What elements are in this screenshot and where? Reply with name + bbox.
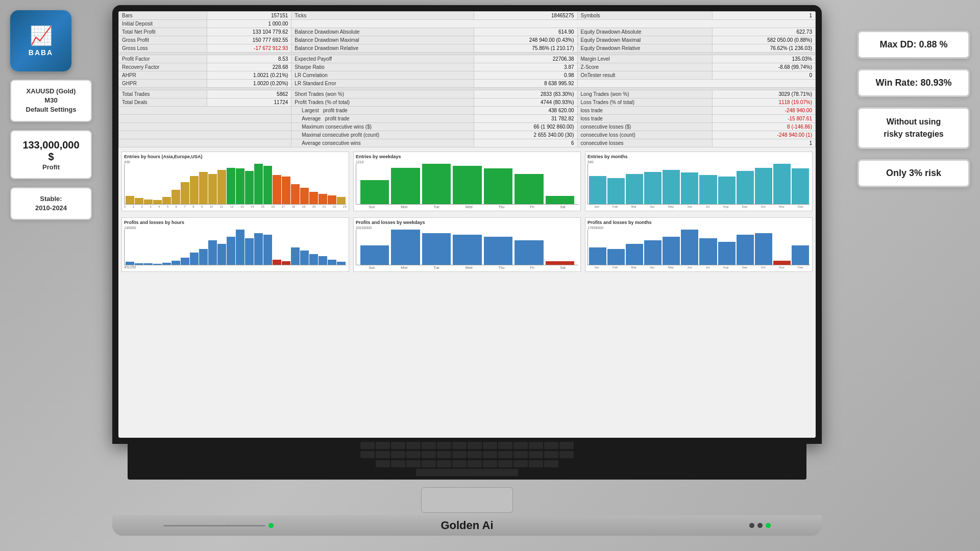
entries-months-bars bbox=[588, 164, 810, 204]
symbols-label: Symbols bbox=[577, 12, 712, 20]
laptop-screen-outer: Bars 157151 Ticks 18465275 Symbols 1 Ini… bbox=[112, 5, 822, 444]
table-row: Gross Profit 150 777 692.55 Balance Draw… bbox=[119, 36, 816, 44]
ghpr-value: 1.0020 (0.20%) bbox=[207, 80, 291, 88]
without-text: Without using risky strategies bbox=[869, 116, 958, 140]
bar-sep bbox=[737, 171, 754, 204]
recovery-factor-value: 228.68 bbox=[207, 63, 291, 71]
loss-trades-value: 1118 (19.07%) bbox=[712, 98, 815, 107]
bar-h4 bbox=[162, 197, 171, 204]
bal-dd-rel-label: Balance Drawdown Relative bbox=[291, 44, 474, 53]
eq-dd-rel-value: 76.62% (1 236.03) bbox=[712, 44, 815, 53]
table-row: Profit Factor 8.53 Expected Payoff 22706… bbox=[119, 55, 816, 63]
pnl-months-bars bbox=[588, 230, 810, 265]
bar-h22 bbox=[328, 195, 336, 204]
key-row-3 bbox=[131, 460, 803, 468]
keyboard-keys bbox=[128, 439, 806, 480]
maximal-profit-value: 2 655 340.00 (30) bbox=[474, 131, 577, 139]
bottom-text: Golden Ai bbox=[440, 519, 493, 532]
laptop-keyboard bbox=[128, 439, 806, 480]
logo-box: 📈 BABA bbox=[10, 10, 71, 71]
gross-profit-label: Gross Profit bbox=[119, 36, 207, 44]
z-score-label: Z-Score bbox=[577, 63, 712, 71]
z-score-value: -8.68 (99.74%) bbox=[712, 63, 815, 71]
dot-dark-1 bbox=[749, 523, 754, 528]
table-row: Initial Deposit 1 000.00 bbox=[119, 20, 816, 28]
table-row: Total Deals 11724 Profit Trades (% of to… bbox=[119, 98, 816, 107]
laptop-container: Bars 157151 Ticks 18465275 Symbols 1 Ini… bbox=[87, 5, 847, 546]
bar-aug bbox=[718, 177, 736, 204]
profit-factor-label: Profit Factor bbox=[119, 55, 207, 63]
bar-wed bbox=[453, 166, 481, 204]
bar-h23 bbox=[337, 197, 346, 204]
eq-dd-max-label: Equity Drawdown Maximal bbox=[577, 36, 712, 44]
bar-h18 bbox=[291, 184, 300, 205]
indicator-dot-right bbox=[766, 523, 771, 528]
bar-fri bbox=[514, 174, 543, 204]
bal-dd-rel-value: 75.86% (1 210.17) bbox=[474, 44, 577, 53]
pnl-months-chart: Profits and losses by months 17659000 bbox=[585, 217, 813, 272]
bar-h21 bbox=[318, 194, 327, 204]
win-rate-label: Win Rate: 80.93% bbox=[871, 78, 956, 88]
entries-by-months-title: Entries by months bbox=[587, 154, 810, 159]
table-row: GHPR 1.0020 (0.20%) LR Standard Error 8 … bbox=[119, 80, 816, 88]
table-row: Recovery Factor 228.68 Sharpe Ratio 3.87… bbox=[119, 63, 816, 71]
on-tester-value: 0 bbox=[712, 71, 815, 80]
bal-dd-abs-value: 614.90 bbox=[474, 28, 577, 36]
logo-text: BABA bbox=[29, 48, 53, 57]
table-row: Maximum consecutive wins ($) 66 (1 902 8… bbox=[119, 123, 816, 131]
max-losses-label: consecutive losses ($) bbox=[577, 123, 712, 131]
bar-h5 bbox=[172, 190, 180, 204]
key-row-2 bbox=[131, 451, 803, 459]
total-trades-value: 5862 bbox=[207, 90, 291, 98]
bar-h11 bbox=[227, 168, 235, 204]
ghpr-label: GHPR bbox=[119, 80, 207, 88]
pnl-weekdays-chart: Profits and losses by weekdays 33153000 bbox=[353, 217, 581, 272]
bar-h14 bbox=[254, 164, 263, 204]
avg-profit-value: 31 782.82 bbox=[474, 115, 577, 123]
bar-h20 bbox=[309, 192, 318, 204]
entries-by-weekdays-title: Entries by weekdays bbox=[356, 154, 578, 159]
dot-dark-2 bbox=[757, 523, 763, 528]
bottom-line-left bbox=[163, 525, 265, 527]
total-net-profit-label: Total Net Profit bbox=[119, 28, 207, 36]
total-trades-label: Total Trades bbox=[119, 90, 207, 98]
max-wins-value: 66 (1 902 860.00) bbox=[474, 123, 577, 131]
key-row-4 bbox=[131, 469, 803, 477]
lr-corr-label: LR Correlation bbox=[291, 71, 474, 80]
lr-std-err-label: LR Standard Error bbox=[291, 80, 474, 88]
recovery-factor-label: Recovery Factor bbox=[119, 63, 207, 71]
risk-label: Only 3% risk bbox=[871, 168, 956, 179]
loss-trades-label: Loss Trades (% of total) bbox=[577, 98, 712, 107]
entries-hours-bars bbox=[125, 164, 347, 204]
bar-sun bbox=[360, 180, 389, 204]
bar-h7 bbox=[190, 176, 199, 204]
bottom-dots-right bbox=[749, 523, 771, 528]
largest-loss-value: -248 940.00 bbox=[712, 107, 815, 115]
short-trades-value: 2833 (83.30%) bbox=[474, 90, 577, 98]
pnl-weekdays-bars bbox=[356, 230, 578, 265]
max-dd-box: Max DD: 0.88 % bbox=[857, 31, 970, 59]
pnl-weekdays-area bbox=[356, 230, 578, 265]
sharpe-ratio-value: 3.87 bbox=[474, 63, 577, 71]
pnl-hours-title: Profits and losses by hours bbox=[124, 220, 347, 225]
maximal-loss-label: consecutive loss (count) bbox=[577, 131, 712, 139]
bar-apr bbox=[644, 172, 662, 204]
risk-box: Only 3% risk bbox=[857, 159, 970, 187]
margin-level-label: Margin Level bbox=[577, 55, 712, 63]
initial-deposit-value: 1 000.00 bbox=[207, 20, 291, 28]
pnl-months-title: Profits and losses by months bbox=[587, 220, 810, 225]
table-row: Average consecutive wins 6 consecutive l… bbox=[119, 139, 816, 147]
instrument-box: XAUUSD (Gold) M30 Default Settings bbox=[10, 80, 92, 122]
stable-label: Stable: 2010-2024 bbox=[19, 194, 83, 213]
sharpe-ratio-label: Sharpe Ratio bbox=[291, 63, 474, 71]
screen-content: Bars 157151 Ticks 18465275 Symbols 1 Ini… bbox=[118, 11, 816, 438]
bar-h17 bbox=[282, 177, 290, 204]
total-deals-label: Total Deals bbox=[119, 98, 207, 107]
expected-payoff-value: 22706.38 bbox=[474, 55, 577, 63]
profit-trades-label: Profit Trades (% of total) bbox=[291, 98, 474, 107]
on-tester-label: OnTester result bbox=[577, 71, 712, 80]
entries-months-area bbox=[587, 164, 810, 205]
logo-icon: 📈 bbox=[30, 25, 53, 46]
bar-thu bbox=[484, 168, 512, 204]
bottom-dots-left bbox=[163, 523, 274, 528]
